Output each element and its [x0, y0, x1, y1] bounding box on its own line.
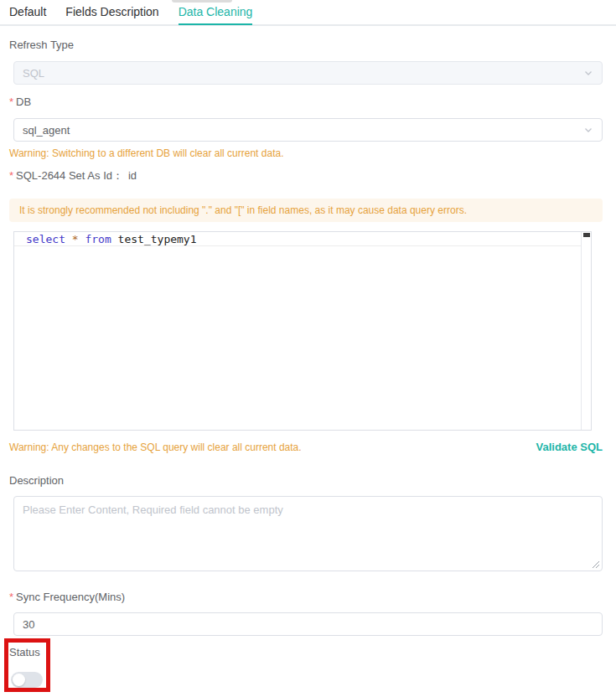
chevron-down-icon	[583, 68, 593, 78]
description-label: Description	[9, 474, 616, 487]
field-name-notice-text: It is strongly recommended not including…	[19, 204, 467, 216]
sql-operator: *	[72, 233, 79, 245]
sql-keyword: from	[85, 233, 111, 245]
refresh-type-select[interactable]: SQL	[13, 61, 603, 85]
sync-frequency-input[interactable]	[13, 612, 603, 636]
db-select[interactable]: sql_agent	[13, 118, 603, 142]
sql-keyword: select	[26, 233, 65, 245]
sql-label: *SQL-2644 Set As Id：id	[9, 169, 616, 182]
description-textarea[interactable]	[13, 496, 603, 571]
db-value: sql_agent	[23, 124, 583, 137]
sql-code-editor[interactable]: select * from test_typemy1	[13, 231, 592, 431]
db-warning: Warning: Switching to a different DB wil…	[9, 147, 616, 159]
sql-identifier: test_typemy1	[118, 233, 197, 245]
data-cleaning-form-page: Default Fields Description Data Cleaning…	[0, 0, 616, 697]
annotation-highlight-box	[4, 638, 50, 692]
required-asterisk: *	[9, 96, 13, 108]
editor-scrollbar-track[interactable]	[581, 232, 591, 430]
sql-warning-row: Warning: Any changes to the SQL query wi…	[9, 441, 603, 453]
refresh-type-label-text: Refresh Type	[9, 39, 74, 51]
required-asterisk: *	[9, 169, 13, 182]
sql-label-text: SQL-2644 Set As Id：	[16, 169, 123, 182]
sql-id-value: id	[128, 169, 137, 182]
sql-warning: Warning: Any changes to the SQL query wi…	[9, 441, 302, 453]
db-label-text: DB	[16, 96, 31, 108]
chevron-down-icon	[583, 125, 593, 135]
validate-sql-link[interactable]: Validate SQL	[536, 441, 603, 453]
sync-frequency-label: *Sync Frequency(Mins)	[9, 591, 616, 603]
refresh-type-label: Refresh Type	[9, 39, 616, 51]
field-name-notice: It is strongly recommended not including…	[9, 199, 603, 222]
editor-scrollbar-thumb[interactable]	[583, 233, 590, 237]
refresh-type-value: SQL	[23, 67, 583, 80]
tab-default[interactable]: Default	[9, 1, 46, 23]
required-asterisk: *	[9, 591, 13, 603]
tab-data-cleaning[interactable]: Data Cleaning	[179, 1, 253, 23]
status-label: Status	[9, 646, 616, 658]
sql-code-line: select * from test_typemy1	[14, 232, 591, 246]
tab-fields-description[interactable]: Fields Description	[65, 1, 158, 23]
tab-bar: Default Fields Description Data Cleaning	[0, 0, 616, 26]
sync-frequency-label-text: Sync Frequency(Mins)	[16, 591, 125, 603]
db-label: *DB	[9, 96, 616, 108]
